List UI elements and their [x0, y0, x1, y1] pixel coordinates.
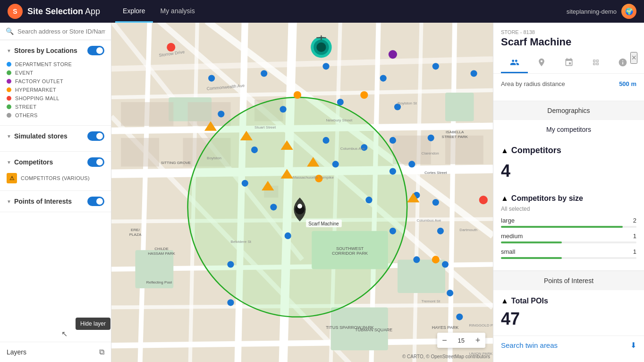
- dept-store-dot: [7, 62, 11, 67]
- svg-point-60: [390, 228, 396, 234]
- map-area[interactable]: Scarf Machine SOUTHWEST CORRIDOR PARK TI…: [111, 23, 493, 362]
- svg-point-61: [437, 228, 444, 234]
- total-pois-header[interactable]: ▲ Total POIs: [501, 297, 636, 305]
- points-of-interest-button[interactable]: Points of Interest: [493, 271, 644, 290]
- nav-item-explore[interactable]: Explore: [115, 0, 153, 23]
- competitors-size-title: Competitors by size: [511, 194, 583, 203]
- left-panel: 🔍 ▼ Stores by Locations DEPARTMENT STORE: [0, 23, 111, 362]
- competitors-header[interactable]: ▼ Competitors: [7, 157, 104, 167]
- tab-demographics[interactable]: [501, 53, 528, 73]
- competitors-various-item: ⚠ COMPETITORS (VARIOUS): [7, 172, 104, 185]
- header-right: siteplanning-demo 🌍: [567, 4, 636, 19]
- layers-button[interactable]: Layers ⧉: [0, 342, 111, 362]
- total-pois-count: 47: [501, 309, 636, 329]
- factory-outlet-label: FACTORY OUTLET: [15, 78, 63, 84]
- svg-text:Cortes Street: Cortes Street: [424, 171, 447, 175]
- svg-text:Scarf Machine: Scarf Machine: [308, 221, 339, 226]
- svg-text:Belvidere St: Belvidere St: [231, 240, 252, 244]
- zoom-in-button[interactable]: +: [470, 333, 485, 348]
- legend-item-shopping-mall: SHOPPING MALL: [7, 94, 104, 103]
- tab-binoculars[interactable]: [582, 53, 609, 73]
- simulated-stores-header[interactable]: ▼ Simulated stores: [7, 131, 104, 141]
- simulated-toggle[interactable]: [87, 131, 104, 141]
- svg-text:HASSAM PARK: HASSAM PARK: [148, 251, 175, 256]
- search-input[interactable]: [17, 28, 105, 35]
- hypermarket-dot: [7, 87, 11, 92]
- tab-pin[interactable]: [555, 53, 582, 73]
- simulated-stores-section: ▼ Simulated stores: [0, 126, 111, 152]
- download-icon[interactable]: ⬇: [630, 341, 636, 350]
- map-svg: Scarf Machine SOUTHWEST CORRIDOR PARK TI…: [111, 23, 493, 362]
- svg-point-40: [432, 63, 439, 69]
- legend-item-dept-store: DEPARTMENT STORE: [7, 60, 104, 69]
- svg-text:HAYES PARK: HAYES PARK: [432, 325, 459, 330]
- svg-text:SOUTHWEST: SOUTHWEST: [336, 246, 364, 251]
- competitors-count: 4: [501, 161, 636, 181]
- binoculars-icon: [591, 58, 601, 67]
- svg-text:CORRIDOR PARK: CORRIDOR PARK: [332, 251, 368, 256]
- legend-item-others: OTHERS: [7, 111, 104, 120]
- competitors-various-icon: ⚠: [7, 173, 17, 183]
- competitors-toggle[interactable]: [87, 157, 104, 167]
- svg-text:Dartmouth: Dartmouth: [459, 228, 477, 232]
- svg-point-67: [227, 299, 234, 306]
- size-row-small: small 1: [501, 248, 636, 259]
- medium-label: medium: [501, 233, 523, 240]
- detail-tabs: [501, 53, 636, 73]
- zoom-out-button[interactable]: −: [437, 333, 452, 348]
- nav-item-my-analysis[interactable]: My analysis: [153, 0, 203, 23]
- area-label: Area by radius distance: [501, 80, 565, 87]
- bottom-section: Hide layer ↖ Layers ⧉: [0, 342, 111, 362]
- poi-toggle[interactable]: [87, 197, 104, 206]
- svg-point-53: [390, 168, 396, 174]
- svg-point-37: [261, 70, 267, 77]
- map-background: Scarf Machine SOUTHWEST CORRIDOR PARK TI…: [111, 23, 493, 362]
- main-layout: 🔍 ▼ Stores by Locations DEPARTMENT STORE: [0, 23, 644, 362]
- small-bar: [501, 257, 562, 259]
- large-count: 2: [633, 217, 636, 224]
- tab-location[interactable]: [528, 53, 555, 73]
- app-title: Site Selection App: [27, 7, 100, 17]
- demographics-button[interactable]: Demographics: [493, 101, 644, 120]
- svg-point-65: [456, 314, 463, 320]
- medium-bar: [501, 241, 562, 243]
- stores-toggle[interactable]: [87, 46, 104, 55]
- radius-content: Area by radius distance 500 m: [493, 74, 644, 101]
- stores-by-locations-header[interactable]: ▼ Stores by Locations: [7, 46, 104, 55]
- svg-rect-33: [393, 136, 431, 164]
- user-avatar[interactable]: 🌍: [621, 4, 636, 19]
- pin-icon: [564, 58, 574, 67]
- zoom-controls: − 15 +: [437, 333, 485, 348]
- svg-point-59: [285, 233, 291, 239]
- svg-text:Clarendon: Clarendon: [422, 151, 439, 155]
- all-selected-label: All selected: [501, 206, 636, 212]
- dept-store-label: DEPARTMENT STORE: [15, 61, 72, 67]
- svg-point-46: [251, 147, 258, 153]
- svg-point-58: [432, 199, 439, 206]
- cursor-indicator: ↖: [61, 329, 68, 338]
- size-row-large: large 2: [501, 217, 636, 228]
- poi-header[interactable]: ▼ Points of Interests: [7, 197, 104, 206]
- competitors-section: ▼ Competitors ⚠ COMPETITORS (VARIOUS): [0, 152, 111, 191]
- svg-text:PLAZA: PLAZA: [129, 233, 142, 237]
- svg-point-55: [270, 204, 277, 210]
- others-label: OTHERS: [15, 112, 38, 118]
- total-pois-title: Total POIs: [511, 297, 548, 305]
- competitors-detail-header[interactable]: ▲ Competitors: [501, 146, 636, 155]
- search-twin-button[interactable]: Search twin areas: [501, 341, 558, 349]
- competitors-size-section: ▲ Competitors by size All selected large…: [493, 194, 644, 271]
- svg-text:CHILDE: CHILDE: [154, 247, 169, 251]
- close-button[interactable]: ×: [630, 52, 637, 64]
- legend-item-hypermarket: HYPERMARKET: [7, 86, 104, 94]
- area-value: 500 m: [619, 80, 636, 87]
- medium-bar-bg: [501, 241, 636, 243]
- poi-chevron-icon: ▼: [7, 199, 11, 204]
- my-competitors-button[interactable]: My competitors: [493, 120, 644, 139]
- info-icon: [618, 58, 627, 67]
- svg-text:Massachusetts Turnpike: Massachusetts Turnpike: [293, 175, 334, 180]
- competitors-size-header[interactable]: ▲ Competitors by size: [501, 194, 636, 203]
- search-twin-label: Search twin areas: [501, 341, 558, 349]
- svg-point-38: [322, 63, 329, 69]
- event-dot: [7, 70, 11, 75]
- poi-section: ▼ Points of Interests: [0, 191, 111, 212]
